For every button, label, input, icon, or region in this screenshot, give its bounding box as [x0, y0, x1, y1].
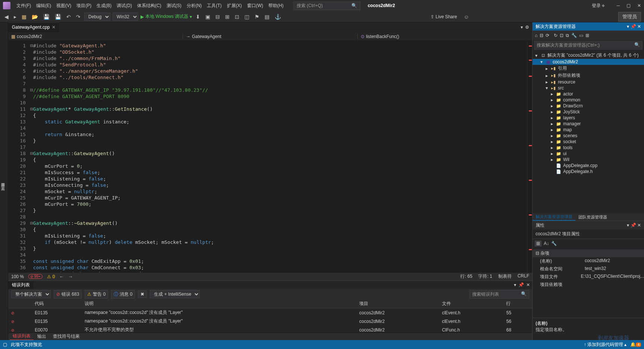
- menu-item[interactable]: 文件(F): [14, 1, 33, 10]
- breadcrumb-class[interactable]: →GatewayAgent: [183, 34, 358, 39]
- breadcrumb-func[interactable]: ⊙listenBackFunc(): [358, 34, 532, 39]
- file-tab[interactable]: GatewayAgent.cpp ✕: [8, 22, 59, 32]
- marker-strip[interactable]: [527, 41, 532, 272]
- tab-gear-icon[interactable]: ⚙: [525, 25, 529, 30]
- rp-close-icon[interactable]: ✕: [637, 24, 641, 29]
- panel-pin-icon[interactable]: 📌: [518, 282, 524, 287]
- filter-build-button[interactable]: ✖: [138, 290, 147, 298]
- menu-item[interactable]: 分析(N): [184, 1, 204, 10]
- error-list-tab[interactable]: 错误列表: [8, 281, 34, 289]
- tree-item[interactable]: ▸📁map: [533, 127, 644, 133]
- menu-item[interactable]: 帮助(H): [266, 1, 286, 10]
- solution-search-input[interactable]: 搜索解决方案资源管理器(Ctrl+;)🔍: [534, 41, 643, 50]
- preview-icon[interactable]: ▭: [579, 33, 583, 38]
- toolbar-icon-8[interactable]: ▤: [263, 13, 271, 21]
- panel-bottom-tab[interactable]: 输出: [34, 333, 49, 340]
- indent-mode[interactable]: 制表符: [498, 273, 512, 280]
- toolbar-icon-1[interactable]: ⬇: [194, 13, 202, 21]
- new-project-icon[interactable]: ▦: [20, 13, 28, 21]
- tree-item[interactable]: ▾▸▮src: [533, 85, 644, 91]
- toolbar-icon-9[interactable]: ⚓: [273, 13, 282, 21]
- minimize-button[interactable]: ─: [616, 3, 620, 8]
- admin-button[interactable]: 管理员: [618, 12, 641, 22]
- menu-item[interactable]: 项目(P): [74, 1, 94, 10]
- tree-item[interactable]: ▸📁layers: [533, 115, 644, 121]
- save-icon[interactable]: 💾: [42, 13, 51, 21]
- warning-count-badge[interactable]: ⚠ 0: [47, 274, 55, 279]
- platform-select[interactable]: Win32: [113, 13, 138, 21]
- menu-item[interactable]: 体系结构(C): [135, 1, 164, 10]
- menu-item[interactable]: 工具(T): [205, 1, 224, 10]
- show-all-icon[interactable]: ⊡: [560, 33, 564, 38]
- open-icon[interactable]: 📂: [30, 13, 40, 21]
- menu-item[interactable]: 测试(S): [164, 1, 184, 10]
- prop-group[interactable]: ⊟ 杂项: [533, 249, 644, 257]
- properties-icon[interactable]: 🔧: [571, 33, 577, 38]
- prop-row[interactable]: 根命名空间test_win32: [533, 265, 644, 273]
- rp-pin-icon[interactable]: 📌: [631, 24, 636, 29]
- forward-icon[interactable]: ▸: [12, 13, 18, 21]
- toolbar-icon-4[interactable]: ⊞: [224, 13, 231, 21]
- nav-back[interactable]: ←: [59, 274, 64, 279]
- left-tool-strip[interactable]: 服务器资源管理器 工具箱: [0, 22, 8, 340]
- view-icon[interactable]: ⊞: [585, 33, 589, 38]
- tree-item[interactable]: ▾▦cocos2dMir2: [533, 59, 644, 65]
- menu-item[interactable]: 生成(B): [94, 1, 114, 10]
- refresh-icon[interactable]: ⟳: [546, 33, 549, 38]
- zoom-level[interactable]: 100 %: [11, 274, 24, 279]
- tree-item[interactable]: ▸📁actor: [533, 91, 644, 97]
- back-icon[interactable]: ◀: [3, 13, 10, 21]
- menu-item[interactable]: 视图(V): [54, 1, 73, 10]
- menu-item[interactable]: 扩展(X): [225, 1, 244, 10]
- table-header[interactable]: 说明: [82, 299, 356, 308]
- collapse-icon[interactable]: ⊟: [540, 33, 543, 38]
- tree-item[interactable]: ▸📁ui: [533, 151, 644, 157]
- toolbar-icon-7[interactable]: ⚑: [253, 13, 261, 21]
- wrench-icon[interactable]: 🔧: [551, 241, 557, 246]
- login-button[interactable]: 登录 ⎆: [592, 3, 604, 9]
- add-to-source-control[interactable]: ↑ 添加到源代码管理 ▴: [584, 342, 627, 348]
- table-row[interactable]: ⊘E0070不允许使用不完整的类型cocos2dMir2ClFunc.h68: [8, 326, 532, 333]
- maximize-button[interactable]: ▢: [626, 3, 631, 8]
- feedback-icon[interactable]: ☺: [462, 13, 470, 21]
- panel-bottom-tab[interactable]: 查找符号结果: [50, 333, 83, 340]
- tree-item[interactable]: ▸📁manager: [533, 121, 644, 127]
- prop-row[interactable]: 项目依赖项: [533, 281, 644, 289]
- toolbar-icon-2[interactable]: ▣: [204, 13, 212, 21]
- table-row[interactable]: ⊘E0135namespace "cocos2d::cocos2d" 没有成员 …: [8, 308, 532, 317]
- home-icon[interactable]: ⌂: [535, 33, 537, 38]
- tree-item[interactable]: 📄AppDelegate.cpp: [533, 163, 644, 169]
- breadcrumb-scope[interactable]: ▦cocos2dMir2: [8, 34, 183, 39]
- table-header[interactable]: [8, 299, 32, 308]
- close-button[interactable]: ✕: [637, 3, 641, 8]
- props-close-icon[interactable]: ✕: [637, 223, 641, 228]
- nav-fwd[interactable]: →: [68, 274, 73, 279]
- code-editor[interactable]: ⊟#include "GatewayAgent.h" #include "ODS…: [29, 41, 527, 272]
- tree-item[interactable]: ▸📁scenes: [533, 133, 644, 139]
- save-all-icon[interactable]: 💾: [53, 13, 63, 21]
- close-tab-icon[interactable]: ✕: [52, 25, 56, 30]
- notification-icon[interactable]: 🔔4: [630, 342, 641, 347]
- tree-item[interactable]: ▸📁common: [533, 97, 644, 103]
- tree-item[interactable]: 📄AppDelegate.h: [533, 169, 644, 174]
- undo-icon[interactable]: ↶: [65, 13, 72, 21]
- config-select[interactable]: Debug: [84, 13, 110, 21]
- prop-row[interactable]: (名称)cocos2dMir2: [533, 257, 644, 265]
- menu-item[interactable]: 窗口(W): [245, 1, 265, 10]
- toolbar-icon-3[interactable]: ⊟: [214, 13, 221, 21]
- alphabetize-icon[interactable]: A↓: [544, 241, 549, 246]
- table-header[interactable]: 代码: [32, 299, 82, 308]
- tree-item[interactable]: ▸📁JoyStick: [533, 109, 644, 115]
- error-count-badge[interactable]: ⊘ 99+: [28, 274, 42, 279]
- copy-icon[interactable]: ⧉: [566, 33, 569, 38]
- right-panel-tab[interactable]: 解决方案资源管理器: [533, 214, 575, 221]
- table-row[interactable]: ⊘E0135namespace "cocos2d::cocos2d" 没有成员 …: [8, 317, 532, 326]
- panel-bottom-tab[interactable]: 错误列表: [10, 333, 34, 340]
- props-pin-icon[interactable]: 📌: [631, 223, 636, 228]
- props-dropdown-icon[interactable]: ▾: [627, 223, 629, 228]
- scope-select[interactable]: 整个解决方案: [11, 290, 51, 298]
- source-select[interactable]: 生成 + IntelliSense: [150, 290, 200, 298]
- tree-item[interactable]: ▸📁socket: [533, 139, 644, 145]
- right-panel-tab[interactable]: 团队资源管理器: [575, 214, 610, 220]
- prop-row[interactable]: 项目文件E:\31_CQSF\Client\Client\proj...: [533, 273, 644, 281]
